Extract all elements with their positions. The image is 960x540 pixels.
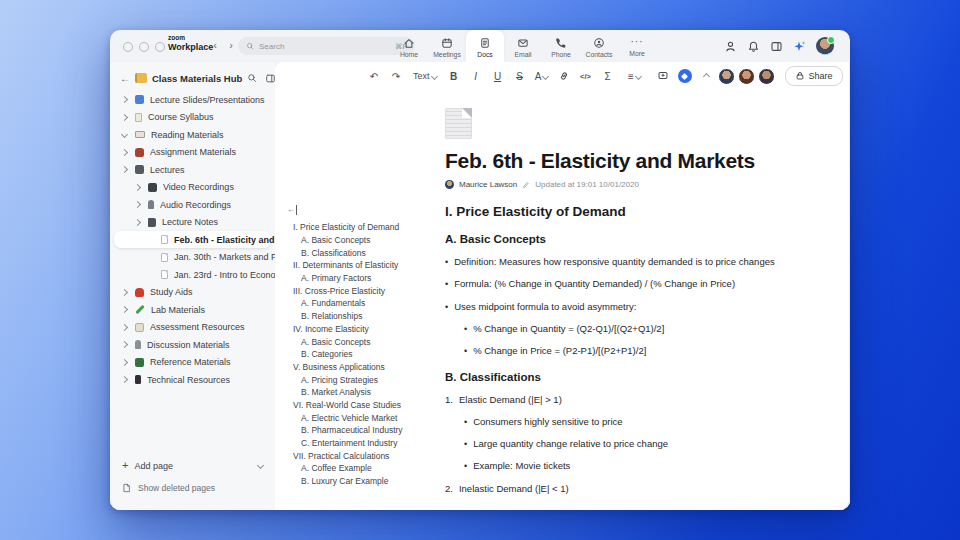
outline-item[interactable]: A. Fundamentals	[287, 297, 435, 310]
tab-email[interactable]: Email	[504, 30, 542, 62]
add-page-button[interactable]: + Add page	[110, 457, 275, 474]
chevron-right-icon[interactable]	[122, 377, 135, 382]
chevron-right-icon[interactable]	[122, 290, 135, 295]
chevron-right-icon[interactable]	[135, 185, 148, 190]
collaborator-avatar[interactable]	[718, 68, 735, 85]
sidebar-item[interactable]: Lecture Slides/Presentations	[110, 91, 275, 109]
text-style-dropdown[interactable]: Text	[413, 67, 437, 85]
chevron-right-icon[interactable]	[122, 97, 135, 102]
outline-item[interactable]: A. Coffee Example	[287, 462, 435, 475]
outline-item[interactable]: B. Luxury Car Example	[287, 475, 435, 488]
outline-item[interactable]: IV. Income Elasticity	[287, 323, 435, 336]
collapse-toolbar-button[interactable]	[699, 67, 715, 85]
sidebar-item[interactable]: Assessment Resources	[110, 319, 275, 337]
sidebar-item[interactable]: Audio Recordings	[110, 196, 275, 214]
add-comment-button[interactable]	[655, 67, 671, 85]
chevron-down-icon[interactable]	[122, 132, 135, 137]
sidebar-item[interactable]: Lectures	[110, 161, 275, 179]
list-align-dropdown[interactable]: ≡	[627, 67, 643, 85]
chevron-right-icon[interactable]	[122, 115, 135, 120]
strikethrough-button[interactable]: S	[512, 67, 528, 85]
bold-button[interactable]: B	[446, 67, 462, 85]
sidebar-item[interactable]: Study Aids	[110, 284, 275, 302]
outline-item[interactable]: A. Primary Factors	[287, 272, 435, 285]
outline-item[interactable]: B. Categories	[287, 348, 435, 361]
chevron-right-icon[interactable]	[135, 220, 148, 225]
outline-item[interactable]: II. Determinants of Elasticity	[287, 259, 435, 272]
ai-companion-button[interactable]	[678, 69, 692, 83]
sidebar-item[interactable]: Feb. 6th - Elasticity and M...	[110, 231, 275, 249]
chevron-right-icon[interactable]	[122, 342, 135, 347]
outline-item[interactable]: VI. Real-World Case Studies	[287, 399, 435, 412]
outline-item[interactable]: B. Pharmaceutical Industry	[287, 424, 435, 437]
outline-item[interactable]: B. Market Analysis	[287, 386, 435, 399]
sidebar-item[interactable]: Reference Materials	[110, 354, 275, 372]
undo-button[interactable]: ↶	[366, 67, 382, 85]
notifications-bell-icon[interactable]	[747, 40, 760, 53]
collaborator-avatar[interactable]	[738, 68, 755, 85]
sidebar-item[interactable]: Video Recordings	[110, 179, 275, 197]
outline-item[interactable]: VII. Practical Calculations	[287, 449, 435, 462]
chevron-right-icon[interactable]	[122, 325, 135, 330]
chevron-right-icon[interactable]	[122, 150, 135, 155]
ai-sparkle-icon[interactable]	[793, 40, 806, 53]
document-body[interactable]: Feb. 6th - Elasticity and Markets Mauric…	[445, 108, 790, 505]
share-button[interactable]: Share	[785, 66, 843, 86]
chevron-right-icon[interactable]	[122, 167, 135, 172]
nav-back-button[interactable]: ‹	[208, 39, 222, 51]
sidebar-item[interactable]: Technical Resources	[110, 371, 275, 389]
chevron-right-icon[interactable]	[135, 202, 148, 207]
outline-item[interactable]: A. Basic Concepts	[287, 335, 435, 348]
tab-home[interactable]: Home	[390, 30, 428, 62]
sidebar-item-label: Technical Resources	[147, 375, 230, 385]
tab-meetings[interactable]: Meetings	[428, 30, 466, 62]
equation-button[interactable]: Σ	[600, 67, 616, 85]
outline-item[interactable]: I. Price Elasticity of Demand	[287, 221, 435, 234]
sidebar-item[interactable]: Assignment Materials	[110, 144, 275, 162]
outline-item[interactable]: A. Electric Vehicle Market	[287, 411, 435, 424]
sidebar-item[interactable]: Lecture Notes	[110, 214, 275, 232]
italic-button[interactable]: I	[468, 67, 484, 85]
chevron-right-icon[interactable]	[122, 360, 135, 365]
chevron-down-icon[interactable]	[257, 462, 264, 469]
search-placeholder: Search	[259, 42, 284, 51]
sidebar-item[interactable]: Lab Materials	[110, 301, 275, 319]
outline-item[interactable]: III. Cross-Price Elasticity	[287, 284, 435, 297]
panel-toggle-icon[interactable]	[770, 40, 783, 53]
sidebar-item[interactable]: Discussion Materials	[110, 336, 275, 354]
outline-item[interactable]: A. Pricing Strategies	[287, 373, 435, 386]
code-button[interactable]: </>	[578, 67, 594, 85]
sidebar-item[interactable]: Reading Materials	[110, 126, 275, 144]
underline-button[interactable]: U	[490, 67, 506, 85]
outline-item[interactable]: A. Basic Concepts	[287, 234, 435, 247]
outline-item[interactable]: C. Entertainment Industry	[287, 437, 435, 450]
tab-more[interactable]: ···More	[618, 30, 656, 62]
collapse-outline-icon[interactable]: ←	[287, 205, 297, 215]
collaborator-avatar[interactable]	[758, 68, 775, 85]
outline-item[interactable]: B. Relationships	[287, 310, 435, 323]
tab-docs[interactable]: Docs	[466, 30, 504, 62]
chevron-right-icon[interactable]	[122, 307, 135, 312]
nav-forward-button[interactable]: ›	[224, 39, 238, 51]
insert-link-button[interactable]	[556, 67, 572, 85]
show-deleted-pages-button[interactable]: Show deleted pages	[110, 480, 275, 496]
redo-button[interactable]: ↷	[388, 67, 404, 85]
sidebar-search-icon[interactable]	[247, 73, 258, 84]
global-search-input[interactable]: Search ⌘F	[238, 37, 415, 55]
sidebar-item[interactable]: Jan. 23rd - Intro to Econo...	[110, 266, 275, 284]
outline-item[interactable]: B. Classifications	[287, 246, 435, 259]
outline-item[interactable]: V. Business Applications	[287, 361, 435, 374]
sidebar-item[interactable]: Course Syllabus	[110, 109, 275, 127]
pencil-icon	[135, 305, 144, 314]
maximize-window-button[interactable]	[155, 42, 165, 52]
document-title[interactable]: Feb. 6th - Elasticity and Markets	[445, 149, 790, 173]
tab-contacts[interactable]: Contacts	[580, 30, 618, 62]
close-window-button[interactable]	[123, 42, 133, 52]
sidebar-item[interactable]: Jan. 30th - Markets and P...	[110, 249, 275, 267]
tab-phone[interactable]: Phone	[542, 30, 580, 62]
user-avatar[interactable]	[816, 37, 834, 55]
back-arrow-icon[interactable]: ←	[120, 73, 130, 84]
contact-profile-icon[interactable]	[724, 40, 737, 53]
text-color-dropdown[interactable]: A	[534, 67, 550, 85]
minimize-window-button[interactable]	[139, 42, 149, 52]
